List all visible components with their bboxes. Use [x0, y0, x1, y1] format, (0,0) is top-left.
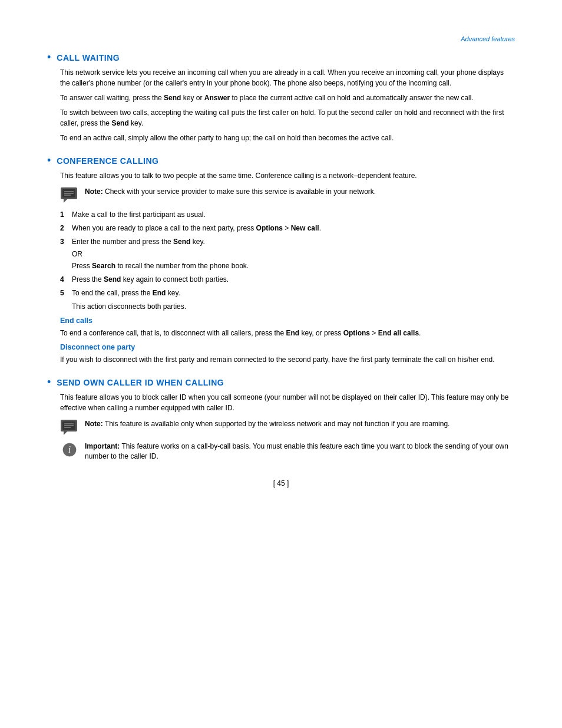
section-conference-calling: • CONFERENCE CALLING This feature allows… [47, 156, 515, 365]
send-caller-id-intro: This feature allows you to block caller … [60, 392, 515, 413]
step-5: 5 To end the call, press the End key. [60, 288, 515, 298]
send-caller-id-note-box: Note: This feature is available only whe… [60, 419, 515, 436]
section-label: Advanced features [47, 35, 515, 42]
conference-note-body: Check with your service provider to make… [105, 187, 376, 196]
end-calls-title: End calls [60, 317, 515, 325]
send-caller-id-important-body: This feature works on a call-by-call bas… [85, 442, 508, 460]
section-conference-calling-header: • CONFERENCE CALLING [47, 156, 515, 166]
end-calls-text: To end a conference call, that is, to di… [60, 328, 515, 338]
important-icon: i [60, 442, 79, 458]
call-waiting-para-1: This network service lets you receive an… [60, 67, 515, 88]
step-2: 2 When you are ready to place a call to … [60, 223, 515, 233]
conference-intro: This feature allows you to talk to two p… [60, 170, 515, 181]
svg-marker-8 [64, 431, 67, 435]
bullet-icon: • [47, 52, 51, 62]
send-caller-id-important-box: i Important: This feature works on a cal… [60, 442, 515, 462]
section-conference-calling-title: CONFERENCE CALLING [57, 156, 158, 166]
section-conference-calling-content: This feature allows you to talk to two p… [60, 170, 515, 365]
step-or: OR [72, 250, 515, 258]
svg-marker-2 [64, 199, 67, 203]
page-number: [ 45 ] [47, 479, 515, 487]
conference-note-text: Note: Check with your service provider t… [85, 187, 376, 197]
step-1: 1 Make a call to the first participant a… [60, 209, 515, 220]
conference-steps: 1 Make a call to the first participant a… [60, 209, 515, 312]
send-caller-id-important-label: Important: [85, 442, 120, 450]
disconnect-one-party-text: If you wish to disconnect with the first… [60, 354, 515, 365]
conference-note-box: Note: Check with your service provider t… [60, 187, 515, 203]
subsection-end-calls: End calls To end a conference call, that… [60, 317, 515, 338]
note-icon [60, 187, 79, 203]
bullet-icon-2: • [47, 155, 51, 166]
conference-note-label: Note: [85, 187, 103, 196]
disconnect-one-party-title: Disconnect one party [60, 343, 515, 351]
section-send-own-caller-id-content: This feature allows you to block caller … [60, 392, 515, 462]
svg-text:i: i [68, 444, 71, 454]
call-waiting-para-4: To end an active call, simply allow the … [60, 133, 515, 143]
section-send-own-caller-id: • SEND OWN CALLER ID WHEN CALLING This f… [47, 378, 515, 462]
send-caller-id-important-text: Important: This feature works on a call-… [85, 442, 515, 462]
bullet-icon-3: • [47, 377, 51, 387]
section-send-own-caller-id-header: • SEND OWN CALLER ID WHEN CALLING [47, 378, 515, 387]
send-caller-id-note-text: Note: This feature is available only whe… [85, 419, 449, 429]
step-5-note: This action disconnects both parties. [72, 301, 515, 312]
send-caller-id-note-label: Note: [85, 420, 103, 428]
call-waiting-para-2: To answer call waiting, press the Send k… [60, 93, 515, 103]
section-send-own-caller-id-title: SEND OWN CALLER ID WHEN CALLING [57, 378, 224, 387]
subsection-disconnect-one-party: Disconnect one party If you wish to disc… [60, 343, 515, 365]
section-call-waiting: • CALL WAITING This network service lets… [47, 53, 515, 143]
section-call-waiting-header: • CALL WAITING [47, 53, 515, 62]
call-waiting-para-3: To switch between two calls, accepting t… [60, 107, 515, 129]
page: Advanced features • CALL WAITING This ne… [0, 0, 562, 728]
step-3: 3 Enter the number and press the Send ke… [60, 236, 515, 247]
send-caller-id-note-body: This feature is available only when supp… [105, 420, 450, 428]
step-3b: Press Search to recall the number from t… [60, 261, 515, 271]
section-call-waiting-title: CALL WAITING [57, 53, 120, 62]
send-caller-note-icon [60, 419, 79, 436]
step-4: 4 Press the Send key again to connect bo… [60, 274, 515, 285]
section-call-waiting-content: This network service lets you receive an… [60, 67, 515, 143]
